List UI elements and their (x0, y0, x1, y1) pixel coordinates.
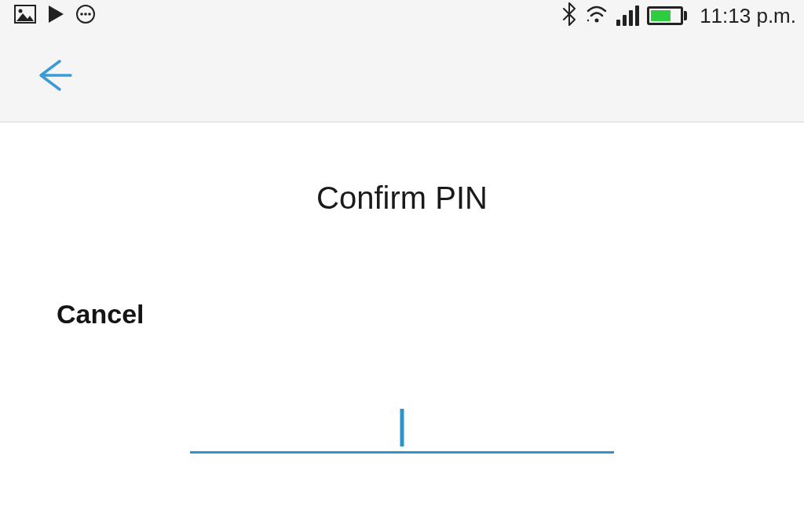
battery-icon (647, 6, 687, 25)
ellipsis-circle-icon (75, 4, 96, 27)
svg-point-7 (88, 13, 91, 16)
status-right-icons: 11:13 p.m. (561, 2, 796, 29)
svg-point-6 (84, 13, 87, 16)
status-left-icons (8, 4, 96, 27)
svg-point-5 (80, 13, 83, 16)
cancel-button[interactable]: Cancel (57, 299, 144, 330)
wifi-icon (585, 5, 608, 27)
cell-signal-icon (616, 5, 639, 26)
pin-input[interactable] (190, 399, 614, 454)
status-bar: 11:13 p.m. (0, 0, 804, 31)
svg-marker-3 (49, 5, 64, 23)
svg-point-1 (19, 9, 23, 13)
nav-bar (0, 31, 804, 122)
svg-point-9 (587, 20, 589, 21)
content-area: Confirm PIN Cancel (0, 122, 804, 454)
svg-point-8 (595, 19, 599, 23)
back-button[interactable] (31, 53, 75, 100)
bluetooth-icon (561, 2, 577, 29)
button-row: Cancel (0, 299, 804, 330)
play-icon (47, 5, 64, 27)
status-time: 11:13 p.m. (700, 4, 796, 28)
svg-marker-2 (16, 13, 34, 21)
picture-icon (14, 5, 36, 27)
arrow-left-icon (31, 86, 75, 100)
input-cursor (400, 409, 404, 446)
page-title: Confirm PIN (316, 180, 488, 216)
